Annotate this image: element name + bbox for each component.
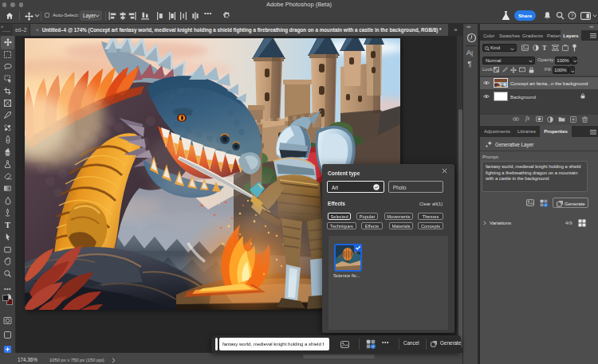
- svg-text:?: ?: [571, 13, 574, 18]
